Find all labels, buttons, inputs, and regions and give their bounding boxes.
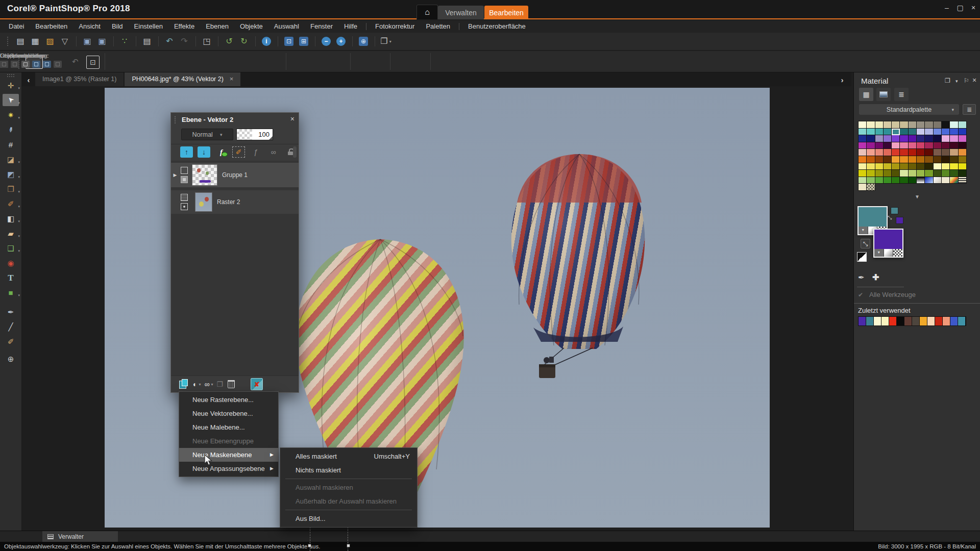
color-swatch[interactable] — [917, 129, 925, 136]
color-swatch[interactable] — [959, 156, 967, 163]
minimize-button[interactable]: – — [941, 3, 953, 13]
color-swatch[interactable] — [942, 135, 950, 142]
visibility-toggle-icon[interactable]: f — [215, 146, 228, 158]
fit-image-icon[interactable]: ⊞ — [297, 35, 310, 48]
color-swatch[interactable] — [925, 129, 933, 136]
recent-color-swatch[interactable] — [958, 317, 966, 325]
menu-item[interactable]: Benutzeroberfläche — [462, 20, 531, 33]
color-swatch[interactable] — [950, 129, 958, 136]
pin-icon[interactable]: ⚐ — [964, 77, 969, 84]
color-swatch[interactable] — [884, 142, 892, 149]
straighten-tool-icon[interactable]: ◪ — [3, 153, 19, 165]
prev-tab-icon[interactable]: ‹ — [22, 76, 35, 86]
color-swatch[interactable] — [875, 170, 884, 177]
menu-item[interactable]: Effekte — [168, 20, 200, 33]
recent-color-swatch[interactable] — [881, 317, 889, 325]
chevron-down-icon[interactable]: ▾ — [955, 79, 958, 84]
delete-layer-button[interactable] — [227, 378, 236, 390]
recent-color-swatch[interactable] — [950, 317, 958, 325]
color-swatch[interactable] — [942, 177, 950, 184]
color-swatch[interactable] — [859, 149, 867, 156]
swatches-tab[interactable]: ▦ — [859, 88, 873, 101]
color-swatch[interactable] — [950, 149, 958, 156]
recent-color-swatch[interactable] — [859, 317, 866, 325]
color-swatch[interactable] — [934, 156, 942, 163]
color-swatch[interactable] — [859, 129, 867, 136]
fill-tool-icon[interactable]: ◧ — [3, 212, 19, 224]
color-swatch[interactable] — [892, 156, 900, 163]
color-swatch[interactable] — [942, 149, 950, 156]
menu-item[interactable]: Ansicht — [73, 20, 106, 33]
color-swatch[interactable] — [909, 129, 917, 136]
color-swatch[interactable] — [925, 163, 933, 170]
browse-icon[interactable]: ▦ — [29, 35, 42, 48]
color-swatch[interactable] — [934, 163, 942, 170]
color-swatch[interactable] — [875, 163, 884, 170]
color-swatch[interactable] — [942, 163, 950, 170]
color-swatch[interactable] — [884, 156, 892, 163]
sliders-tab[interactable]: ≣ — [894, 88, 909, 101]
color-swatch[interactable] — [925, 177, 933, 184]
color-swatch[interactable] — [950, 177, 958, 184]
ungroup-icon[interactable] — [11, 61, 19, 68]
color-swatch[interactable] — [859, 121, 867, 129]
color-swatch[interactable] — [892, 170, 900, 177]
color-swatch[interactable] — [909, 177, 917, 184]
color-swatch[interactable] — [867, 142, 875, 149]
fit-window-icon[interactable]: ⊡ — [282, 35, 296, 48]
color-swatch[interactable] — [900, 149, 908, 156]
submenu-item[interactable]: Außerhalb der Auswahl maskieren — [280, 494, 417, 508]
color-swatch[interactable] — [867, 177, 875, 184]
move-down-icon[interactable]: ↓ — [198, 146, 210, 158]
color-swatch[interactable] — [900, 142, 908, 149]
color-swatch[interactable] — [934, 121, 942, 129]
color-swatch[interactable] — [942, 156, 950, 163]
zoom-more-tool-icon[interactable]: ⊕ — [3, 353, 19, 365]
color-swatch[interactable] — [959, 142, 967, 149]
color-swatch[interactable] — [909, 142, 917, 149]
submenu-item[interactable]: Nichts maskiert — [280, 463, 417, 477]
color-swatch[interactable] — [867, 156, 875, 163]
submenu-item[interactable] — [285, 479, 412, 479]
color-swatch[interactable] — [875, 135, 884, 142]
color-style-icon[interactable]: ▾ — [859, 227, 868, 234]
layer-thumbnail[interactable] — [195, 192, 212, 212]
color-swatch[interactable] — [859, 142, 867, 149]
menu-item[interactable]: Neue Rasterebene... — [179, 393, 278, 407]
visibility-icon[interactable] — [181, 203, 188, 210]
distribute-right-icon[interactable] — [54, 61, 62, 68]
transform-mode-button[interactable]: ⊡ — [86, 56, 100, 69]
palette-list-button[interactable]: ≣ — [963, 104, 976, 115]
foreground-mini-swatch[interactable] — [891, 207, 898, 214]
color-swatch[interactable] — [917, 135, 925, 142]
expand-swatches-icon[interactable]: ▼ — [854, 194, 980, 199]
recent-color-swatch[interactable] — [943, 317, 950, 325]
color-swatch[interactable] — [942, 129, 950, 136]
perspective-tool-icon[interactable]: ◩ — [3, 168, 19, 180]
color-swatch[interactable] — [934, 149, 942, 156]
menu-item[interactable]: Datei — [3, 20, 30, 33]
eraser-tool-icon[interactable]: ▰ — [3, 227, 19, 239]
color-swatch[interactable] — [892, 163, 900, 170]
color-swatch[interactable] — [884, 129, 892, 136]
menu-item[interactable]: Paletten — [420, 20, 456, 33]
move-up-icon[interactable]: ↑ — [180, 146, 193, 158]
color-swatch[interactable] — [875, 177, 884, 184]
document-tab-ph00648[interactable]: PH00648.jpg* @ 43% (Vektor 2)× — [125, 72, 240, 86]
color-swatch[interactable] — [909, 170, 917, 177]
color-swatch[interactable] — [900, 163, 908, 170]
color-swatch[interactable] — [909, 163, 917, 170]
color-swatch[interactable] — [959, 129, 967, 136]
tools-grip[interactable] — [7, 74, 14, 77]
color-swatch[interactable] — [892, 121, 900, 129]
recent-color-swatch[interactable] — [935, 317, 943, 325]
color-swatch[interactable] — [925, 135, 933, 142]
blend-mode-select[interactable]: Normal▾ — [181, 129, 233, 140]
canvas-area[interactable] — [22, 86, 851, 531]
color-swatch[interactable] — [917, 156, 925, 163]
color-swatch[interactable] — [867, 135, 875, 142]
zoom-out-icon[interactable]: − — [320, 35, 333, 48]
copy-special-icon[interactable]: ❐ — [379, 35, 393, 48]
color-swatch[interactable] — [950, 135, 958, 142]
color-swatch[interactable] — [917, 149, 925, 156]
